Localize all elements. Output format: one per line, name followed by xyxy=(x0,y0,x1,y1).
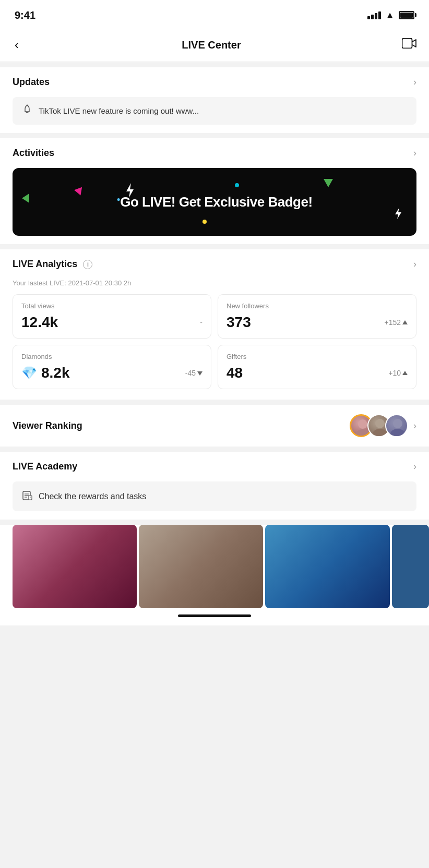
svg-rect-0 xyxy=(402,39,412,49)
analytics-card-gifters: Gifters 48 +10 xyxy=(218,345,416,389)
academy-banner-icon xyxy=(22,490,32,503)
viewer-ranking-label: Viewer Ranking xyxy=(13,420,82,431)
analytics-section-header[interactable]: LIVE Analytics i › xyxy=(0,249,429,279)
deco-dot-yellow xyxy=(202,220,207,224)
academy-banner[interactable]: Check the rewards and tasks xyxy=(13,481,416,511)
thumbnail-3[interactable] xyxy=(265,525,389,608)
updates-banner-inner[interactable]: TikTok LIVE new feature is coming out! w… xyxy=(13,97,416,125)
home-bar xyxy=(178,614,251,617)
analytics-card-diamonds: Diamonds 💎 8.2k -45 xyxy=(13,345,211,389)
diamonds-change: -45 xyxy=(185,369,202,377)
updates-chevron: › xyxy=(413,77,416,88)
svg-point-8 xyxy=(393,419,402,428)
svg-point-6 xyxy=(375,419,385,428)
svg-point-4 xyxy=(358,419,367,429)
analytics-subtitle: Your lastest LIVE: 2021-07-01 20:30 2h xyxy=(13,279,416,287)
svg-rect-14 xyxy=(29,496,32,500)
academy-label: LIVE Academy xyxy=(13,461,77,472)
analytics-card-new-followers: New followers 373 +152 xyxy=(218,294,416,339)
divider-5 xyxy=(0,447,429,452)
new-followers-label: New followers xyxy=(227,302,408,310)
academy-banner-text: Check the rewards and tasks xyxy=(39,492,146,501)
gifters-label: Gifters xyxy=(227,353,408,360)
wifi-icon: ▲ xyxy=(385,10,395,21)
signal-icon xyxy=(367,11,381,19)
updates-label: Updates xyxy=(13,77,50,88)
diamonds-value: 💎 8.2k xyxy=(21,365,70,381)
avatar-3 xyxy=(385,414,408,437)
gifters-change: +10 xyxy=(388,369,408,377)
deco-dot-cyan xyxy=(235,183,239,187)
analytics-card-total-views: Total views 12.4k - xyxy=(13,294,211,339)
divider-4 xyxy=(0,400,429,405)
divider-2 xyxy=(0,133,429,138)
svg-point-9 xyxy=(390,429,405,437)
activities-section-header[interactable]: Activities › xyxy=(0,138,429,168)
deco-tri-green-left xyxy=(22,194,29,203)
academy-section-header[interactable]: LIVE Academy › xyxy=(0,452,429,481)
home-indicator xyxy=(0,608,429,625)
divider-6 xyxy=(0,520,429,525)
viewer-ranking-section[interactable]: Viewer Ranking xyxy=(0,405,429,447)
analytics-chevron: › xyxy=(413,259,416,270)
viewer-ranking-right: › xyxy=(350,414,416,437)
activities-chevron: › xyxy=(413,148,416,159)
status-icons: ▲ xyxy=(367,10,414,21)
new-followers-change: +152 xyxy=(384,318,408,327)
activities-card-text: ●Go LIVE! Get Exclusive Badge! xyxy=(116,194,312,210)
back-button[interactable]: ‹ xyxy=(13,35,21,54)
deco-lightning-right xyxy=(395,208,402,222)
diamonds-label: Diamonds xyxy=(21,353,202,360)
gifters-value: 48 xyxy=(227,365,243,381)
academy-chevron: › xyxy=(413,461,416,472)
deco-tri-green-top xyxy=(324,179,333,187)
page-title: LIVE Center xyxy=(182,39,241,51)
arrow-up-icon-2 xyxy=(402,371,408,375)
avatar-stack xyxy=(350,414,408,437)
updates-banner: TikTok LIVE new feature is coming out! w… xyxy=(0,97,429,133)
phone-container: 9:41 ▲ ‹ LIVE Center Update xyxy=(0,0,429,868)
header: ‹ LIVE Center xyxy=(0,28,429,62)
thumbnail-1[interactable] xyxy=(13,525,137,608)
thumbnail-2[interactable] xyxy=(139,525,263,608)
updates-section-header[interactable]: Updates › xyxy=(0,67,429,97)
total-views-value: 12.4k xyxy=(21,314,58,331)
bell-icon xyxy=(22,104,32,117)
new-followers-row: 373 +152 xyxy=(227,314,408,331)
total-views-change: - xyxy=(200,318,202,327)
svg-point-5 xyxy=(355,429,370,437)
activities-label: Activities xyxy=(13,148,54,159)
camera-button[interactable] xyxy=(402,38,416,52)
thumbnail-4-partial xyxy=(392,525,429,608)
svg-point-7 xyxy=(373,429,387,437)
activities-card[interactable]: ●Go LIVE! Get Exclusive Badge! xyxy=(13,168,416,236)
analytics-grid: Total views 12.4k - New followers 373 +1… xyxy=(13,294,416,389)
total-views-row: 12.4k - xyxy=(21,314,202,331)
thumbnails-section xyxy=(0,525,429,608)
total-views-label: Total views xyxy=(21,302,202,310)
battery-icon xyxy=(399,11,414,19)
divider-1 xyxy=(0,62,429,67)
info-icon: i xyxy=(83,260,92,269)
divider-3 xyxy=(0,244,429,249)
arrow-up-icon xyxy=(402,320,408,324)
updates-banner-text: TikTok LIVE new feature is coming out! w… xyxy=(39,106,199,115)
status-time: 9:41 xyxy=(15,9,35,21)
analytics-section: Your lastest LIVE: 2021-07-01 20:30 2h T… xyxy=(0,279,429,400)
svg-marker-3 xyxy=(395,208,401,219)
viewer-ranking-chevron: › xyxy=(413,420,416,431)
analytics-label: LIVE Analytics i xyxy=(13,259,92,270)
status-bar: 9:41 ▲ xyxy=(0,0,429,28)
arrow-down-icon xyxy=(197,371,202,376)
deco-tri-pink xyxy=(74,187,85,197)
new-followers-value: 373 xyxy=(227,314,251,331)
activities-banner: ●Go LIVE! Get Exclusive Badge! xyxy=(0,168,429,244)
academy-section: Check the rewards and tasks xyxy=(0,481,429,520)
gifters-row: 48 +10 xyxy=(227,365,408,381)
diamonds-row: 💎 8.2k -45 xyxy=(21,365,202,381)
